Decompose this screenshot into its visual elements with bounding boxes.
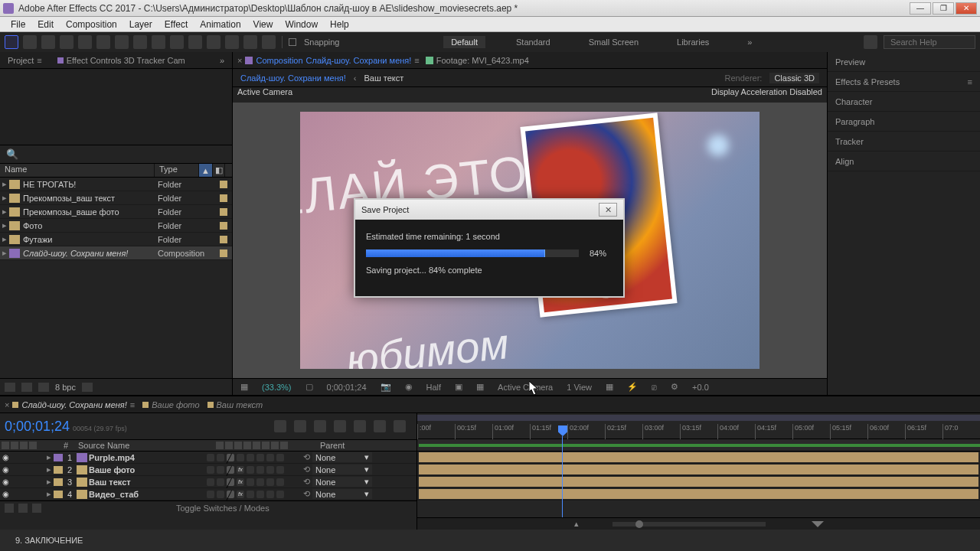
hand-tool-icon[interactable]: [41, 35, 55, 49]
alpha-toggle-icon[interactable]: ▦: [237, 382, 251, 392]
timeline-tab-text[interactable]: Ваш текст: [207, 400, 263, 409]
visibility-toggle[interactable]: ◉: [0, 465, 11, 474]
tab-project[interactable]: Project ≡: [0, 54, 50, 67]
graph-editor-icon[interactable]: [394, 420, 406, 432]
motion-blur-switch[interactable]: [256, 478, 264, 486]
col-header-name[interactable]: Name: [0, 164, 155, 177]
menu-layer[interactable]: Layer: [123, 18, 158, 31]
project-item-label[interactable]: [220, 236, 227, 243]
collapse-switch[interactable]: [217, 491, 224, 498]
col-header-label-icon[interactable]: ◧: [213, 164, 225, 177]
menu-window[interactable]: Window: [279, 18, 324, 31]
timeline-tab-photo[interactable]: Ваше фото: [142, 400, 199, 409]
workspace-standard[interactable]: Standard: [508, 36, 558, 48]
quality-switch[interactable]: ╱: [227, 491, 234, 498]
parent-dropdown[interactable]: None▾: [312, 477, 372, 487]
comp-mini-flowchart-icon[interactable]: [294, 420, 306, 432]
adjustment-switch[interactable]: [266, 454, 274, 461]
project-row[interactable]: ▸НЕ ТРОГАТЬ!Folder: [0, 178, 232, 191]
3d-switch[interactable]: [276, 466, 284, 474]
parent-dropdown[interactable]: None▾: [312, 452, 372, 462]
maximize-button[interactable]: ❐: [933, 2, 954, 15]
frame-blend-switch[interactable]: [247, 491, 254, 498]
3d-switch[interactable]: [276, 478, 284, 486]
motion-blur-footer-icon[interactable]: [32, 504, 41, 513]
flowchart-icon[interactable]: ⚙: [668, 382, 681, 392]
motion-blur-switch[interactable]: [256, 454, 264, 461]
parent-pickwhip-icon[interactable]: ⟲: [300, 477, 312, 487]
panel-paragraph[interactable]: Paragraph: [828, 112, 980, 132]
3d-switch[interactable]: [276, 454, 284, 461]
shy-switch[interactable]: [207, 454, 214, 461]
tab-composition-viewer[interactable]: × Composition Слайд-шоу. Сохрани меня! ≡: [237, 56, 420, 65]
fx-switch[interactable]: fx: [237, 478, 244, 486]
interpret-footage-icon[interactable]: [5, 383, 15, 392]
dialog-close-button[interactable]: ✕: [599, 203, 617, 217]
timecode-display[interactable]: 0;00;01;24: [324, 383, 370, 392]
brush-tool-icon[interactable]: [188, 35, 202, 49]
roi-icon[interactable]: ▣: [452, 382, 466, 392]
close-button[interactable]: ✕: [956, 2, 977, 15]
parent-dropdown[interactable]: None▾: [312, 489, 372, 499]
twirl-icon[interactable]: ▸: [0, 220, 9, 230]
camera-tool-icon[interactable]: [96, 35, 110, 49]
parent-pickwhip-icon[interactable]: ⟲: [300, 465, 312, 474]
project-row[interactable]: ▸Слайд-шоу. Сохрани меня!Composition: [0, 246, 232, 260]
fx-switch[interactable]: fx: [237, 466, 244, 474]
menu-edit[interactable]: Edit: [31, 18, 60, 31]
expand-layers-icon[interactable]: [5, 504, 14, 513]
eraser-tool-icon[interactable]: [225, 35, 239, 49]
col-header-type[interactable]: Type: [155, 164, 199, 177]
layer-duration-bar[interactable]: [417, 452, 980, 464]
snapping-checkbox[interactable]: [289, 38, 296, 46]
menu-file[interactable]: File: [5, 18, 31, 31]
panel-effects-presets[interactable]: Effects & Presets≡: [828, 72, 980, 92]
switch-col-6[interactable]: [262, 442, 270, 449]
project-item-label[interactable]: [220, 222, 227, 230]
layer-name[interactable]: Видео_стаб: [89, 490, 205, 499]
twirl-icon[interactable]: ▸: [0, 193, 9, 203]
project-row[interactable]: ▸Прекомпозы_ваш текстFolder: [0, 191, 232, 205]
panel-align[interactable]: Align: [828, 152, 980, 171]
frame-blend-switch[interactable]: [247, 454, 254, 461]
panel-menu-icon[interactable]: ≡: [968, 77, 972, 86]
frame-blend-footer-icon[interactable]: [18, 504, 28, 513]
switch-col-5[interactable]: [253, 442, 260, 449]
frame-blend-switch[interactable]: [247, 478, 254, 486]
layer-name[interactable]: Ваше фото: [89, 465, 205, 474]
parent-pickwhip-icon[interactable]: ⟲: [300, 452, 312, 462]
menu-help[interactable]: Help: [324, 18, 355, 31]
rotation-tool-icon[interactable]: [78, 35, 92, 49]
layer-duration-bar[interactable]: [417, 476, 980, 488]
new-comp-icon[interactable]: [38, 383, 49, 392]
search-icon[interactable]: 🔍: [6, 148, 18, 160]
visibility-toggle[interactable]: ◉: [0, 490, 11, 498]
menu-composition[interactable]: Composition: [60, 18, 123, 31]
tab-effect-controls[interactable]: Effect Controls 3D Tracker Cam: [50, 54, 193, 67]
panel-tracker[interactable]: Tracker: [828, 132, 980, 152]
clone-tool-icon[interactable]: [207, 35, 220, 49]
dialog-title-bar[interactable]: Save Project ✕: [355, 200, 623, 220]
flow-comp-link[interactable]: Слайд-шоу. Сохрани меня!: [240, 73, 346, 83]
text-tool-icon[interactable]: [170, 35, 184, 49]
layer-color-label[interactable]: [54, 491, 63, 498]
layer-duration-bar[interactable]: [417, 464, 980, 476]
work-area-bar[interactable]: [417, 415, 980, 421]
switch-col-4[interactable]: [243, 442, 251, 449]
adjustment-switch[interactable]: [266, 478, 274, 486]
pixel-aspect-icon[interactable]: ▦: [603, 382, 616, 392]
minimize-button[interactable]: —: [910, 2, 931, 15]
parent-pickwhip-icon[interactable]: ⟲: [300, 489, 312, 499]
zoom-tool-icon[interactable]: [60, 35, 74, 49]
shy-icon[interactable]: [334, 420, 346, 432]
magnification-dropdown[interactable]: (33.3%): [259, 383, 295, 392]
menu-animation[interactable]: Animation: [194, 18, 247, 31]
col-header-sort-icon[interactable]: ▲: [199, 164, 213, 177]
layer-twirl-icon[interactable]: ▸: [44, 452, 54, 462]
current-time-display[interactable]: 0;00;01;24: [5, 419, 70, 435]
switch-col-2[interactable]: [225, 442, 233, 449]
timeline-layer[interactable]: ◉▸1Purple.mp4╱⟲None▾: [0, 452, 416, 464]
zoom-in-icon[interactable]: [812, 521, 824, 527]
timeline-layer[interactable]: ◉▸2Ваше фото╱fx⟲None▾: [0, 464, 416, 476]
pen-tool-icon[interactable]: [152, 35, 165, 49]
